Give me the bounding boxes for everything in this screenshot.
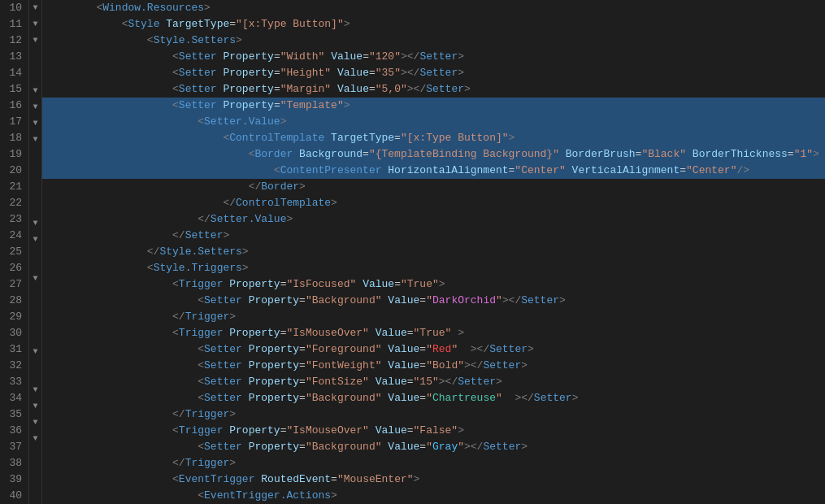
code-line: <Style.Triggers> [42, 260, 825, 276]
collapse-button[interactable]: ▼ [29, 382, 41, 398]
code-text: <Setter Property="Foreground" Value="Red… [198, 341, 534, 358]
indent [46, 358, 198, 374]
code-line: <Setter Property="Width" Value="120"></S… [42, 49, 825, 65]
code-text: </ControlTemplate> [223, 195, 337, 211]
code-text: <Style TargetType="[x:Type Button]"> [122, 16, 350, 33]
indent [46, 390, 198, 406]
code-line: <Setter.Value> [42, 114, 825, 130]
line-number: 20 [7, 163, 22, 179]
code-text: <Trigger Property="IsFocused" Value="Tru… [172, 276, 445, 293]
code-line: <Trigger Property="IsMouseOver" Value="T… [42, 325, 825, 341]
indent [46, 325, 172, 341]
collapse-spacer [29, 470, 41, 481]
indent [46, 195, 223, 211]
collapse-gutter[interactable]: ▼▼▼▼▼▼▼▼▼▼▼▼▼▼▼ [29, 0, 42, 504]
collapse-spacer [29, 181, 41, 193]
code-text: <Setter Property="Height" Value="35"></S… [172, 65, 464, 81]
collapse-button[interactable]: ▼ [29, 415, 41, 431]
code-line: <Setter Property="Foreground" Value="Red… [42, 341, 825, 358]
code-text: <Setter Property="FontWeight" Value="Bol… [198, 358, 528, 374]
collapse-button[interactable]: ▼ [29, 132, 41, 148]
code-line: </Setter> [42, 228, 825, 244]
indent [46, 49, 172, 65]
collapse-spacer [29, 458, 41, 470]
code-text: <Trigger Property="IsMouseOver" Value="F… [172, 423, 464, 439]
line-numbers: 1011121314151617181920212223242526272829… [0, 0, 29, 504]
line-number: 26 [7, 260, 22, 276]
code-text: </Setter.Value> [198, 211, 293, 228]
collapse-spacer [29, 259, 41, 271]
line-number: 31 [7, 341, 22, 358]
collapse-spacer [29, 360, 41, 371]
line-number: 23 [7, 211, 22, 228]
code-text: <Setter Property="Width" Value="120"></S… [172, 49, 464, 65]
code-line: <Setter Property="FontWeight" Value="Bol… [42, 358, 825, 374]
collapse-button[interactable]: ▼ [29, 83, 41, 99]
line-number: 14 [7, 65, 22, 81]
collapse-spacer [29, 60, 41, 72]
code-text: <ContentPresenter HorizontalAlignment="C… [274, 163, 749, 179]
collapse-button[interactable]: ▼ [29, 344, 41, 360]
code-line: </Setter.Value> [42, 211, 825, 228]
collapse-button[interactable]: ▼ [29, 33, 41, 49]
code-line: <EventTrigger.Actions> [42, 488, 825, 504]
collapse-button[interactable]: ▼ [29, 271, 41, 287]
line-number: 15 [7, 81, 22, 98]
collapse-button[interactable]: ▼ [29, 398, 41, 415]
indent [46, 163, 274, 179]
code-line: </ControlTemplate> [42, 195, 825, 211]
line-number: 30 [7, 325, 22, 341]
collapse-button[interactable]: ▼ [29, 0, 41, 16]
line-number: 35 [7, 406, 22, 423]
collapse-spacer [29, 72, 41, 83]
collapse-button[interactable]: ▼ [29, 99, 41, 115]
code-text: <Trigger Property="IsMouseOver" Value="T… [172, 325, 464, 341]
indent [46, 488, 198, 504]
indent [46, 0, 96, 16]
line-number: 10 [7, 0, 22, 16]
collapse-spacer [29, 321, 41, 332]
code-line: <Setter Property="Margin" Value="5,0"></… [42, 81, 825, 98]
collapse-spacer [29, 171, 41, 182]
code-text: </Setter> [172, 228, 229, 244]
code-line: <Trigger Property="IsFocused" Value="Tru… [42, 276, 825, 293]
code-line: <ContentPresenter HorizontalAlignment="C… [42, 163, 825, 179]
line-number: 36 [7, 423, 22, 439]
line-number: 27 [7, 276, 22, 293]
collapse-button[interactable]: ▼ [29, 115, 41, 132]
line-number: 29 [7, 309, 22, 325]
code-text: </Trigger> [172, 455, 236, 471]
indent [46, 341, 198, 358]
code-line: </Trigger> [42, 309, 825, 325]
line-number: 17 [7, 114, 22, 130]
code-line: <ControlTemplate TargetType="[x:Type But… [42, 130, 825, 146]
line-number: 38 [7, 455, 22, 471]
line-number: 18 [7, 130, 22, 146]
code-line: <EventTrigger RoutedEvent="MouseEnter"> [42, 471, 825, 488]
indent [46, 455, 172, 471]
collapse-button[interactable]: ▼ [29, 215, 41, 232]
code-line: <Setter Property="Height" Value="35"></S… [42, 65, 825, 81]
collapse-spacer [29, 371, 41, 382]
line-number: 32 [7, 358, 22, 374]
line-number: 21 [7, 179, 22, 195]
code-text: <Setter Property="Background" Value="Cha… [198, 390, 578, 406]
code-text: </Trigger> [172, 309, 236, 325]
code-text: <Border Background="{TemplateBinding Bac… [249, 146, 819, 163]
code-line: </Trigger> [42, 455, 825, 471]
collapse-button[interactable]: ▼ [29, 16, 41, 33]
indent [46, 81, 172, 98]
code-line: </Trigger> [42, 406, 825, 423]
indent [46, 439, 198, 455]
code-text: <EventTrigger.Actions> [198, 488, 337, 504]
indent [46, 16, 122, 33]
collapse-button[interactable]: ▼ [29, 232, 41, 248]
collapse-spacer [29, 493, 41, 504]
code-text: <Setter Property="FontSize" Value="15"><… [198, 374, 502, 390]
code-line: <Setter Property="Background" Value="Gra… [42, 439, 825, 455]
line-number: 37 [7, 439, 22, 455]
line-number: 16 [7, 98, 22, 114]
code-line: <Style TargetType="[x:Type Button]"> [42, 16, 825, 33]
collapse-button[interactable]: ▼ [29, 431, 41, 447]
code-text: <EventTrigger RoutedEvent="MouseEnter"> [172, 471, 419, 488]
